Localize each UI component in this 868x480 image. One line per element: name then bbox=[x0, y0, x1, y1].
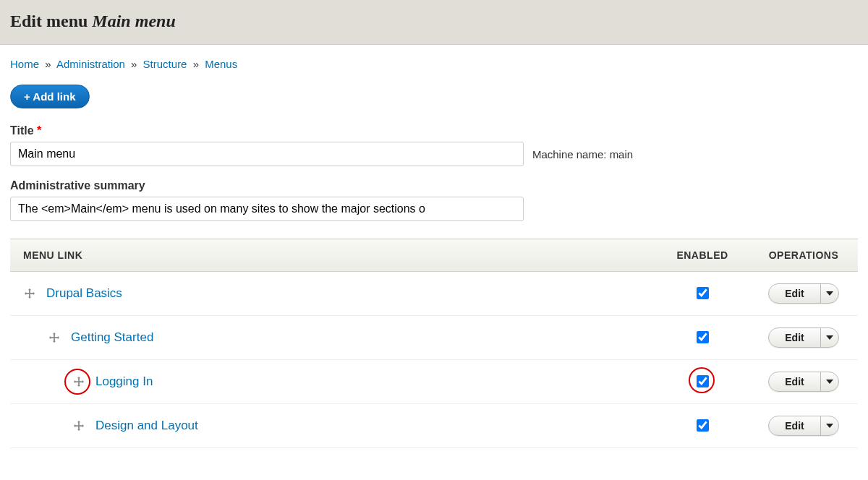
title-label-text: Title bbox=[10, 124, 34, 137]
enabled-checkbox[interactable] bbox=[697, 331, 709, 343]
edit-button[interactable]: Edit bbox=[769, 372, 820, 391]
breadcrumb-sep: » bbox=[45, 58, 51, 70]
title-emphasis: Main menu bbox=[92, 12, 175, 30]
summary-label: Administrative summary bbox=[10, 179, 858, 192]
title-field-row: Title * Machine name: main bbox=[10, 124, 858, 166]
enabled-cell bbox=[655, 316, 749, 360]
breadcrumb-sep: » bbox=[193, 58, 199, 70]
link-cell: Logging In bbox=[10, 360, 655, 404]
page-title: Edit menu Main menu bbox=[10, 12, 858, 31]
menu-link[interactable]: Drupal Basics bbox=[46, 286, 122, 301]
operations-dropbutton: Edit bbox=[768, 283, 838, 304]
menu-link[interactable]: Getting Started bbox=[71, 330, 153, 345]
table-row: Drupal BasicsEdit bbox=[10, 272, 858, 316]
table-row: Design and LayoutEdit bbox=[10, 404, 858, 448]
drag-handle-icon[interactable] bbox=[23, 287, 36, 300]
breadcrumb-menus[interactable]: Menus bbox=[205, 58, 237, 70]
required-asterisk: * bbox=[37, 124, 41, 137]
title-input[interactable] bbox=[10, 142, 524, 166]
col-enabled: ENABLED bbox=[655, 239, 749, 272]
enabled-cell bbox=[655, 272, 749, 316]
summary-input[interactable] bbox=[10, 197, 524, 221]
machine-name-prefix: Machine name: bbox=[532, 148, 610, 160]
link-cell: Getting Started bbox=[10, 316, 655, 360]
operations-toggle[interactable] bbox=[821, 372, 838, 391]
menu-link[interactable]: Logging In bbox=[95, 374, 153, 389]
breadcrumb: Home » Administration » Structure » Menu… bbox=[10, 58, 858, 70]
title-prefix: Edit menu bbox=[10, 12, 92, 30]
breadcrumb-administration[interactable]: Administration bbox=[56, 58, 125, 70]
enabled-checkbox[interactable] bbox=[697, 287, 709, 299]
breadcrumb-home[interactable]: Home bbox=[10, 58, 39, 70]
operations-dropbutton: Edit bbox=[768, 372, 838, 392]
machine-name-hint: Machine name: main bbox=[532, 148, 633, 160]
machine-name-value: main bbox=[610, 148, 634, 160]
drag-handle-icon[interactable] bbox=[72, 375, 85, 388]
table-row: Logging InEdit bbox=[10, 360, 858, 404]
operations-cell: Edit bbox=[749, 360, 858, 404]
operations-dropbutton: Edit bbox=[768, 327, 838, 348]
link-cell: Drupal Basics bbox=[10, 272, 655, 316]
operations-toggle[interactable] bbox=[821, 328, 838, 347]
add-link-button[interactable]: + Add link bbox=[10, 85, 90, 108]
enabled-cell bbox=[655, 404, 749, 448]
page-header: Edit menu Main menu bbox=[0, 0, 868, 45]
operations-cell: Edit bbox=[749, 272, 858, 316]
menu-links-table: MENU LINK ENABLED OPERATIONS Drupal Basi… bbox=[10, 239, 858, 448]
drag-handle-icon[interactable] bbox=[48, 331, 61, 344]
table-row: Getting StartedEdit bbox=[10, 316, 858, 360]
menu-link[interactable]: Design and Layout bbox=[95, 419, 198, 433]
operations-toggle[interactable] bbox=[821, 284, 838, 303]
edit-button[interactable]: Edit bbox=[769, 328, 820, 347]
operations-dropbutton: Edit bbox=[768, 416, 838, 436]
col-menu-link: MENU LINK bbox=[10, 239, 655, 272]
enabled-checkbox[interactable] bbox=[697, 419, 709, 432]
operations-cell: Edit bbox=[749, 316, 858, 360]
enabled-cell bbox=[655, 360, 749, 404]
operations-toggle[interactable] bbox=[821, 416, 838, 435]
breadcrumb-sep: » bbox=[131, 58, 137, 70]
col-operations: OPERATIONS bbox=[749, 239, 858, 272]
link-cell: Design and Layout bbox=[10, 404, 655, 448]
summary-field-row: Administrative summary bbox=[10, 179, 858, 221]
operations-cell: Edit bbox=[749, 404, 858, 448]
edit-button[interactable]: Edit bbox=[769, 284, 820, 303]
enabled-checkbox[interactable] bbox=[697, 375, 709, 387]
edit-button[interactable]: Edit bbox=[769, 416, 820, 435]
drag-handle-icon[interactable] bbox=[72, 419, 85, 432]
breadcrumb-structure[interactable]: Structure bbox=[143, 58, 187, 70]
title-label: Title * bbox=[10, 124, 858, 137]
